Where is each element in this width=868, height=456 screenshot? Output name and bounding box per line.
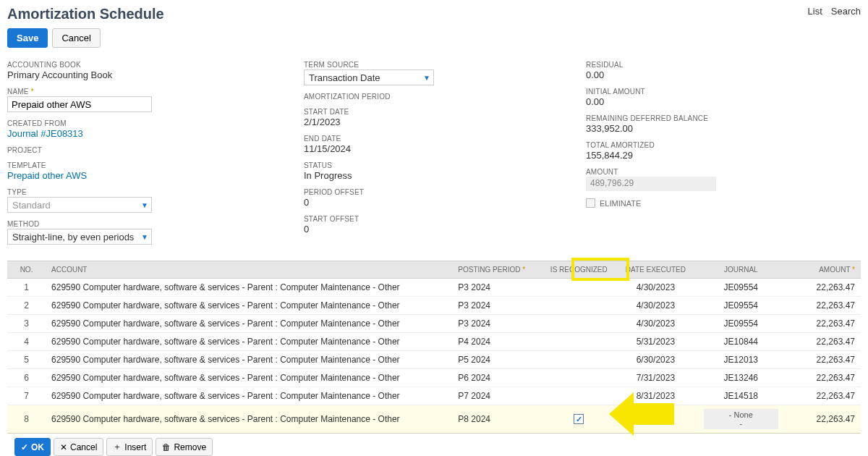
initial-amount-value: 0.00: [586, 96, 861, 107]
row-recognized: [545, 279, 613, 297]
period-offset-label: PERIOD OFFSET: [304, 188, 571, 196]
row-ok-button[interactable]: ✓OK: [14, 438, 51, 456]
accounting-book-value: Primary Accounting Book: [7, 69, 289, 80]
table-row[interactable]: 3629590 Computer hardware, software & se…: [7, 315, 861, 333]
row-date: 7/31/2023: [613, 369, 698, 387]
col-no: NO.: [7, 261, 46, 279]
search-link[interactable]: Search: [831, 6, 861, 17]
row-no: 6: [7, 369, 46, 387]
created-from-link[interactable]: Journal #JE08313: [7, 128, 289, 139]
amount-label: AMOUNT: [586, 168, 861, 176]
row-recognized: [545, 369, 613, 387]
row-account: 629590 Computer hardware, software & ser…: [46, 297, 452, 315]
end-date-value: 11/15/2024: [304, 143, 571, 154]
check-icon: ✓: [21, 442, 28, 452]
row-no: 2: [7, 297, 46, 315]
page-title: Amortization Schedule: [7, 6, 164, 22]
row-date: 8/31/2023: [613, 387, 698, 405]
eliminate-label: ELIMINATE: [600, 199, 641, 208]
period-offset-value: 0: [304, 197, 571, 208]
start-offset-label: START OFFSET: [304, 215, 571, 223]
col-amount: AMOUNT *: [784, 261, 861, 279]
row-journal: JE14518: [698, 387, 784, 405]
row-journal[interactable]: - None -: [698, 405, 784, 434]
remaining-value: 333,952.00: [586, 123, 861, 134]
table-row[interactable]: 7629590 Computer hardware, software & se…: [7, 387, 861, 405]
row-account: 629590 Computer hardware, software & ser…: [46, 387, 452, 405]
table-row[interactable]: 1629590 Computer hardware, software & se…: [7, 279, 861, 297]
end-date-label: END DATE: [304, 135, 571, 143]
col-is-recognized: IS RECOGNIZED: [545, 261, 613, 279]
row-account: 629590 Computer hardware, software & ser…: [46, 333, 452, 351]
row-amount: 22,263.47: [784, 279, 861, 297]
row-journal: JE09554: [698, 297, 784, 315]
col-date-executed: DATE EXECUTED: [613, 261, 698, 279]
plus-icon: ＋: [113, 441, 122, 453]
start-date-value: 2/1/2023: [304, 117, 571, 127]
method-select[interactable]: Straight-line, by even periods ▼: [7, 229, 152, 245]
table-row[interactable]: 5629590 Computer hardware, software & se…: [7, 351, 861, 369]
save-button[interactable]: Save: [7, 28, 48, 48]
row-date: 4/30/2023: [613, 279, 698, 297]
row-no: 8: [7, 405, 46, 434]
row-journal: JE09554: [698, 315, 784, 333]
residual-label: RESIDUAL: [586, 61, 861, 69]
table-row-editing[interactable]: 8 629590 Computer hardware, software & s…: [7, 405, 861, 434]
accounting-book-label: ACCOUNTING BOOK: [7, 61, 289, 69]
list-link[interactable]: List: [808, 6, 822, 17]
trash-icon: 🗑: [162, 442, 171, 452]
start-date-label: START DATE: [304, 108, 571, 116]
row-period: P7 2024: [452, 387, 544, 405]
row-amount: 22,263.47: [784, 315, 861, 333]
row-period[interactable]: P8 2024: [452, 405, 544, 434]
status-value: In Progress: [304, 170, 571, 181]
row-insert-button[interactable]: ＋Insert: [106, 438, 153, 456]
name-label: NAME *: [7, 88, 289, 96]
table-row[interactable]: 2629590 Computer hardware, software & se…: [7, 297, 861, 315]
row-period: P5 2024: [452, 351, 544, 369]
col-posting-period: POSTING PERIOD *: [452, 261, 544, 279]
cancel-button[interactable]: Cancel: [52, 28, 100, 48]
row-recognized: [545, 315, 613, 333]
row-period: P3 2024: [452, 297, 544, 315]
name-input[interactable]: [7, 96, 152, 112]
term-source-select[interactable]: Transaction Date ▼: [304, 69, 434, 85]
row-no: 4: [7, 333, 46, 351]
project-label: PROJECT: [7, 146, 289, 154]
row-journal: JE12013: [698, 351, 784, 369]
method-label: METHOD: [7, 220, 289, 228]
row-amount[interactable]: 22,263.47: [784, 405, 861, 434]
row-recognized[interactable]: [545, 405, 613, 434]
row-account: 629590 Computer hardware, software & ser…: [46, 351, 452, 369]
row-amount: 22,263.47: [784, 387, 861, 405]
x-icon: ✕: [60, 442, 67, 452]
initial-amount-label: INITIAL AMOUNT: [586, 88, 861, 96]
row-account[interactable]: 629590 Computer hardware, software & ser…: [46, 405, 452, 434]
row-remove-button[interactable]: 🗑Remove: [156, 438, 213, 456]
row-amount: 22,263.47: [784, 351, 861, 369]
row-no: 1: [7, 279, 46, 297]
status-label: STATUS: [304, 161, 571, 169]
table-row[interactable]: 6629590 Computer hardware, software & se…: [7, 369, 861, 387]
type-select[interactable]: Standard ▼: [7, 197, 152, 213]
row-account: 629590 Computer hardware, software & ser…: [46, 279, 452, 297]
created-from-label: CREATED FROM: [7, 119, 289, 127]
row-no: 5: [7, 351, 46, 369]
row-account: 629590 Computer hardware, software & ser…: [46, 315, 452, 333]
row-period: P3 2024: [452, 315, 544, 333]
row-period: P6 2024: [452, 369, 544, 387]
row-period: P3 2024: [452, 279, 544, 297]
row-recognized: [545, 297, 613, 315]
chevron-down-icon: ▼: [141, 201, 148, 209]
recognized-checkbox[interactable]: [574, 414, 584, 424]
row-date: 6/30/2023: [613, 351, 698, 369]
table-row[interactable]: 4629590 Computer hardware, software & se…: [7, 333, 861, 351]
row-cancel-button[interactable]: ✕Cancel: [54, 438, 103, 456]
template-link[interactable]: Prepaid other AWS: [7, 170, 289, 181]
row-date[interactable]: [613, 405, 698, 434]
col-account: ACCOUNT: [46, 261, 452, 279]
eliminate-checkbox[interactable]: [586, 198, 595, 208]
row-recognized: [545, 351, 613, 369]
type-label: TYPE: [7, 188, 289, 196]
start-offset-value: 0: [304, 224, 571, 235]
